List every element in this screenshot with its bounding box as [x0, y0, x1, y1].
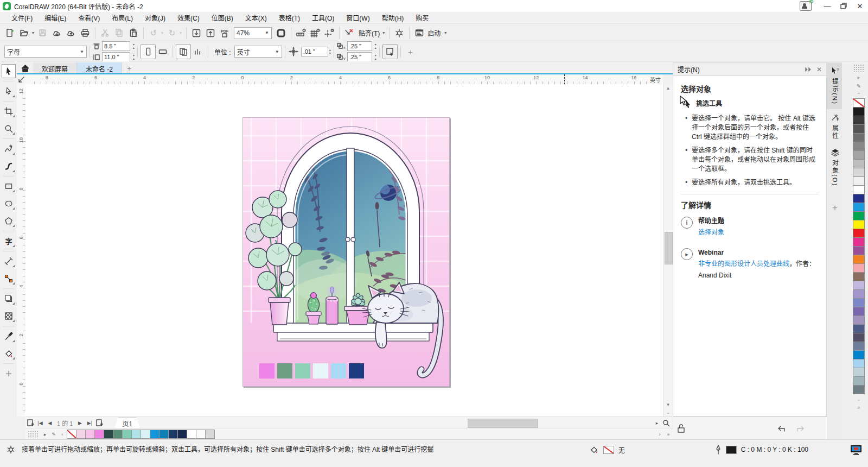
color-swatch[interactable]	[853, 220, 865, 229]
snap-dropdown[interactable]: ▾	[382, 30, 386, 35]
first-page-button[interactable]: |◀	[35, 418, 45, 428]
color-swatch[interactable]	[853, 194, 865, 203]
zoom-level-combo[interactable]: 47%▼	[234, 27, 272, 39]
transparency-tool[interactable]	[2, 309, 16, 323]
snap-off-icon[interactable]	[342, 26, 356, 40]
palette-expand[interactable]: »	[664, 430, 673, 439]
artwork-swatch[interactable]	[259, 363, 275, 378]
page-height-field[interactable]: 11.0 "	[102, 52, 130, 62]
color-swatch[interactable]	[853, 272, 865, 281]
docker-tab-properties[interactable]: 属性	[827, 109, 843, 144]
artwork-swatch[interactable]	[313, 363, 328, 378]
back-arrow-icon[interactable]	[777, 425, 787, 432]
import-icon[interactable]	[189, 26, 203, 40]
menu-item[interactable]: 文本(X)	[239, 13, 273, 22]
color-swatch[interactable]	[94, 430, 104, 439]
drawing-canvas[interactable]	[25, 84, 663, 416]
color-swatch[interactable]	[76, 430, 86, 439]
color-swatch[interactable]	[853, 150, 865, 160]
fill-color-swatch[interactable]	[603, 446, 614, 454]
launch-icon[interactable]	[412, 26, 426, 40]
page-width-field[interactable]: 8.5 "	[102, 41, 130, 51]
duplicate-y-field[interactable]: .25 "	[347, 52, 372, 62]
tab-welcome-screen[interactable]: 欢迎屏幕	[33, 62, 77, 74]
minimize-button[interactable]: —	[819, 0, 835, 12]
color-swatch[interactable]	[187, 430, 196, 439]
docker-tab-objects[interactable]: 对象(O)	[827, 144, 843, 191]
color-swatch-none[interactable]	[853, 98, 865, 108]
add-page-after-button[interactable]	[94, 418, 104, 428]
palette-scroll-left[interactable]: ‹	[58, 430, 67, 439]
help-topic-link[interactable]: 选择对象	[698, 228, 724, 237]
pdf-share-icon[interactable]: PDF	[218, 26, 232, 40]
menu-item[interactable]: 位图(B)	[206, 13, 239, 22]
fill-color-icon[interactable]	[590, 446, 599, 454]
cloud-open-icon[interactable]	[50, 26, 64, 40]
drop-shadow-tool[interactable]	[2, 292, 16, 306]
add-docker-button[interactable]: +	[832, 203, 837, 213]
color-swatch[interactable]	[205, 430, 215, 439]
menu-item[interactable]: 文件(F)	[5, 13, 39, 22]
scroll-up-arrow[interactable]: ▲	[663, 84, 673, 92]
parallel-dimension-tool[interactable]	[2, 254, 16, 268]
connector-tool[interactable]	[2, 272, 16, 286]
color-swatch[interactable]	[122, 430, 132, 439]
scroll-right-arrow[interactable]: ▸	[656, 420, 659, 426]
current-page-icon[interactable]	[191, 45, 205, 59]
candle[interactable]	[326, 286, 338, 324]
color-swatch[interactable]	[853, 368, 865, 377]
color-swatch[interactable]	[159, 430, 169, 439]
color-swatch[interactable]	[853, 124, 865, 134]
color-swatch[interactable]	[853, 116, 865, 125]
color-eyedropper-tool[interactable]	[2, 329, 16, 343]
menu-item[interactable]: 对象(J)	[139, 13, 171, 22]
ellipse-tool[interactable]	[2, 197, 16, 211]
account-icon[interactable]: ⏻	[800, 1, 812, 11]
outline-color-swatch[interactable]	[726, 446, 737, 454]
main-palette-scroll-down[interactable]: ⌄	[857, 394, 861, 403]
shape-tool[interactable]	[2, 84, 16, 98]
pan-zoom-tool-icon[interactable]	[662, 419, 670, 427]
show-grid-icon[interactable]	[308, 26, 322, 40]
home-tab[interactable]	[17, 62, 33, 74]
color-swatch[interactable]	[853, 246, 865, 255]
menu-item[interactable]: 帮助(H)	[376, 13, 410, 22]
color-swatch[interactable]	[853, 315, 865, 325]
color-swatch[interactable]	[853, 185, 865, 194]
restore-button[interactable]	[835, 0, 852, 12]
horizontal-ruler[interactable]: 英寸 86420246810121416	[25, 74, 663, 85]
print-icon[interactable]	[78, 26, 92, 40]
color-swatch[interactable]	[196, 430, 206, 439]
palette-flyout-arrow[interactable]: ▸	[41, 430, 49, 439]
launch-label[interactable]: 启动	[427, 28, 441, 37]
color-swatch[interactable]	[853, 359, 865, 368]
canvas-horizontal-scrollbar[interactable]	[352, 416, 654, 428]
page-width-spinner[interactable]: ▾▴	[133, 43, 135, 49]
zoom-dropdown-arrow[interactable]: ▼	[261, 30, 269, 35]
main-palette-scroll-up[interactable]: ⌃	[857, 90, 861, 99]
last-page-button[interactable]: ▶|	[85, 418, 94, 428]
document-page[interactable]	[242, 117, 450, 387]
color-swatch[interactable]	[853, 350, 865, 359]
main-palette-eyedropper[interactable]: ✎	[857, 81, 861, 90]
duplicate-x-spinner[interactable]: ▾▴	[375, 43, 376, 49]
ruler-origin-button[interactable]	[17, 74, 26, 85]
color-swatch[interactable]	[853, 385, 865, 394]
zoom-tool[interactable]	[2, 122, 16, 136]
options-gear-icon[interactable]	[392, 26, 406, 40]
menu-item[interactable]: 编辑(E)	[39, 13, 72, 22]
canvas-vertical-scrollbar[interactable]: ▲ ▼ ⌄	[663, 84, 673, 416]
text-tool[interactable]: 字	[2, 234, 16, 248]
units-combo[interactable]: 英寸▼	[234, 46, 282, 58]
previous-page-button[interactable]: ◀	[45, 418, 55, 428]
next-page-button[interactable]: ▶	[75, 418, 85, 428]
color-swatch[interactable]	[853, 298, 865, 307]
color-swatch[interactable]	[85, 430, 95, 439]
color-swatch[interactable]	[853, 376, 865, 386]
rectangle-tool[interactable]	[2, 179, 16, 193]
outline-pen-icon[interactable]	[715, 445, 722, 455]
vertical-scroll-thumb[interactable]	[665, 232, 673, 264]
palette-grip[interactable]	[28, 431, 39, 438]
palette-eyedropper-icon[interactable]: ✎	[49, 430, 58, 439]
horizontal-scroll-thumb[interactable]	[468, 419, 538, 428]
